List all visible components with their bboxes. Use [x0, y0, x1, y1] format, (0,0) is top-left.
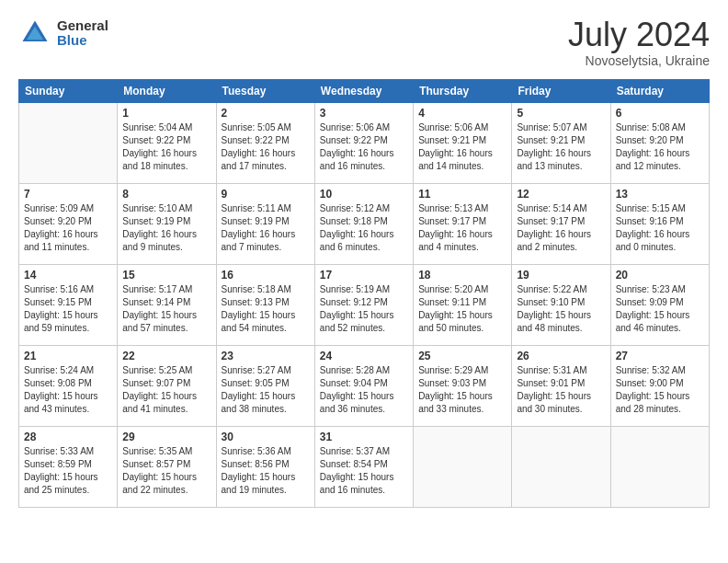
day-info: Sunrise: 5:05 AM Sunset: 9:22 PM Dayligh…	[222, 121, 310, 173]
calendar-cell: 1Sunrise: 5:04 AM Sunset: 9:22 PM Daylig…	[118, 102, 216, 183]
logo: General Blue	[18, 17, 108, 50]
header-friday: Friday	[512, 79, 610, 102]
day-info: Sunrise: 5:27 AM Sunset: 9:05 PM Dayligh…	[222, 364, 310, 416]
day-number: 25	[418, 350, 506, 362]
calendar-cell: 25Sunrise: 5:29 AM Sunset: 9:03 PM Dayli…	[414, 345, 512, 426]
calendar-cell: 18Sunrise: 5:20 AM Sunset: 9:11 PM Dayli…	[414, 264, 512, 345]
calendar-cell: 31Sunrise: 5:37 AM Sunset: 8:54 PM Dayli…	[314, 426, 413, 507]
day-number: 28	[24, 431, 112, 443]
logo-text: General Blue	[57, 18, 108, 49]
day-info: Sunrise: 5:16 AM Sunset: 9:15 PM Dayligh…	[24, 283, 112, 335]
title-area: July 2024 Novoselytsia, Ukraine	[568, 17, 710, 68]
calendar-table: Sunday Monday Tuesday Wednesday Thursday…	[18, 79, 710, 508]
header-wednesday: Wednesday	[314, 79, 413, 102]
day-number: 22	[122, 350, 210, 362]
day-number: 12	[517, 188, 605, 201]
calendar-cell: 15Sunrise: 5:17 AM Sunset: 9:14 PM Dayli…	[118, 264, 216, 345]
header-tuesday: Tuesday	[216, 79, 314, 102]
calendar-cell	[414, 426, 512, 507]
day-number: 14	[24, 269, 112, 282]
day-info: Sunrise: 5:29 AM Sunset: 9:03 PM Dayligh…	[418, 364, 506, 416]
day-number: 3	[320, 107, 408, 120]
header-monday: Monday	[118, 79, 216, 102]
day-info: Sunrise: 5:32 AM Sunset: 9:00 PM Dayligh…	[616, 364, 704, 416]
header-sunday: Sunday	[19, 79, 118, 102]
calendar-cell: 20Sunrise: 5:23 AM Sunset: 9:09 PM Dayli…	[610, 264, 709, 345]
day-info: Sunrise: 5:09 AM Sunset: 9:20 PM Dayligh…	[24, 202, 112, 254]
header: General Blue July 2024 Novoselytsia, Ukr…	[18, 17, 710, 68]
day-info: Sunrise: 5:36 AM Sunset: 8:56 PM Dayligh…	[222, 445, 310, 497]
day-info: Sunrise: 5:33 AM Sunset: 8:59 PM Dayligh…	[24, 445, 112, 497]
calendar-cell: 12Sunrise: 5:14 AM Sunset: 9:17 PM Dayli…	[512, 183, 610, 264]
calendar-week-4: 21Sunrise: 5:24 AM Sunset: 9:08 PM Dayli…	[19, 345, 710, 426]
day-number: 26	[517, 350, 605, 362]
calendar-cell: 9Sunrise: 5:11 AM Sunset: 9:19 PM Daylig…	[216, 183, 314, 264]
day-number: 13	[616, 188, 704, 201]
day-number: 29	[122, 431, 210, 443]
day-info: Sunrise: 5:08 AM Sunset: 9:20 PM Dayligh…	[616, 121, 704, 173]
day-number: 21	[24, 350, 112, 362]
calendar-cell	[19, 102, 118, 183]
calendar-cell	[512, 426, 610, 507]
day-number: 16	[222, 269, 310, 282]
day-info: Sunrise: 5:37 AM Sunset: 8:54 PM Dayligh…	[320, 445, 408, 497]
day-number: 20	[616, 269, 704, 282]
day-info: Sunrise: 5:23 AM Sunset: 9:09 PM Dayligh…	[616, 283, 704, 335]
calendar-cell: 11Sunrise: 5:13 AM Sunset: 9:17 PM Dayli…	[414, 183, 512, 264]
calendar-cell: 5Sunrise: 5:07 AM Sunset: 9:21 PM Daylig…	[512, 102, 610, 183]
day-number: 9	[222, 188, 310, 201]
logo-general: General	[57, 18, 108, 34]
calendar-cell: 2Sunrise: 5:05 AM Sunset: 9:22 PM Daylig…	[216, 102, 314, 183]
calendar-cell: 4Sunrise: 5:06 AM Sunset: 9:21 PM Daylig…	[414, 102, 512, 183]
calendar-cell: 6Sunrise: 5:08 AM Sunset: 9:20 PM Daylig…	[610, 102, 709, 183]
day-number: 23	[222, 350, 310, 362]
day-number: 1	[122, 107, 210, 120]
day-info: Sunrise: 5:15 AM Sunset: 9:16 PM Dayligh…	[616, 202, 704, 254]
location: Novoselytsia, Ukraine	[568, 53, 710, 68]
month-title: July 2024	[568, 17, 710, 53]
calendar-cell	[610, 426, 709, 507]
calendar-cell: 13Sunrise: 5:15 AM Sunset: 9:16 PM Dayli…	[610, 183, 709, 264]
day-info: Sunrise: 5:28 AM Sunset: 9:04 PM Dayligh…	[320, 364, 408, 416]
calendar-header-row: Sunday Monday Tuesday Wednesday Thursday…	[19, 79, 710, 102]
day-number: 10	[320, 188, 408, 201]
calendar-cell: 30Sunrise: 5:36 AM Sunset: 8:56 PM Dayli…	[216, 426, 314, 507]
day-info: Sunrise: 5:10 AM Sunset: 9:19 PM Dayligh…	[122, 202, 210, 254]
day-number: 30	[222, 431, 310, 443]
calendar-cell: 3Sunrise: 5:06 AM Sunset: 9:22 PM Daylig…	[314, 102, 413, 183]
day-number: 27	[616, 350, 704, 362]
day-info: Sunrise: 5:18 AM Sunset: 9:13 PM Dayligh…	[222, 283, 310, 335]
day-info: Sunrise: 5:22 AM Sunset: 9:10 PM Dayligh…	[517, 283, 605, 335]
calendar-cell: 26Sunrise: 5:31 AM Sunset: 9:01 PM Dayli…	[512, 345, 610, 426]
day-number: 18	[418, 269, 506, 282]
day-number: 5	[517, 107, 605, 120]
day-info: Sunrise: 5:04 AM Sunset: 9:22 PM Dayligh…	[122, 121, 210, 173]
calendar-week-2: 7Sunrise: 5:09 AM Sunset: 9:20 PM Daylig…	[19, 183, 710, 264]
calendar-cell: 21Sunrise: 5:24 AM Sunset: 9:08 PM Dayli…	[19, 345, 118, 426]
day-number: 7	[24, 188, 112, 201]
header-saturday: Saturday	[610, 79, 709, 102]
calendar-cell: 27Sunrise: 5:32 AM Sunset: 9:00 PM Dayli…	[610, 345, 709, 426]
day-info: Sunrise: 5:11 AM Sunset: 9:19 PM Dayligh…	[222, 202, 310, 254]
day-number: 17	[320, 269, 408, 282]
calendar-cell: 17Sunrise: 5:19 AM Sunset: 9:12 PM Dayli…	[314, 264, 413, 345]
day-number: 11	[418, 188, 506, 201]
day-info: Sunrise: 5:17 AM Sunset: 9:14 PM Dayligh…	[122, 283, 210, 335]
calendar-cell: 28Sunrise: 5:33 AM Sunset: 8:59 PM Dayli…	[19, 426, 118, 507]
calendar-cell: 23Sunrise: 5:27 AM Sunset: 9:05 PM Dayli…	[216, 345, 314, 426]
calendar-cell: 16Sunrise: 5:18 AM Sunset: 9:13 PM Dayli…	[216, 264, 314, 345]
calendar-cell: 24Sunrise: 5:28 AM Sunset: 9:04 PM Dayli…	[314, 345, 413, 426]
day-number: 19	[517, 269, 605, 282]
day-info: Sunrise: 5:13 AM Sunset: 9:17 PM Dayligh…	[418, 202, 506, 254]
calendar-cell: 22Sunrise: 5:25 AM Sunset: 9:07 PM Dayli…	[118, 345, 216, 426]
calendar-week-5: 28Sunrise: 5:33 AM Sunset: 8:59 PM Dayli…	[19, 426, 710, 507]
day-info: Sunrise: 5:06 AM Sunset: 9:22 PM Dayligh…	[320, 121, 408, 173]
logo-blue: Blue	[57, 33, 108, 49]
calendar-cell: 19Sunrise: 5:22 AM Sunset: 9:10 PM Dayli…	[512, 264, 610, 345]
day-info: Sunrise: 5:31 AM Sunset: 9:01 PM Dayligh…	[517, 364, 605, 416]
calendar-cell: 29Sunrise: 5:35 AM Sunset: 8:57 PM Dayli…	[118, 426, 216, 507]
day-info: Sunrise: 5:25 AM Sunset: 9:07 PM Dayligh…	[122, 364, 210, 416]
day-info: Sunrise: 5:12 AM Sunset: 9:18 PM Dayligh…	[320, 202, 408, 254]
day-number: 8	[122, 188, 210, 201]
day-number: 4	[418, 107, 506, 120]
